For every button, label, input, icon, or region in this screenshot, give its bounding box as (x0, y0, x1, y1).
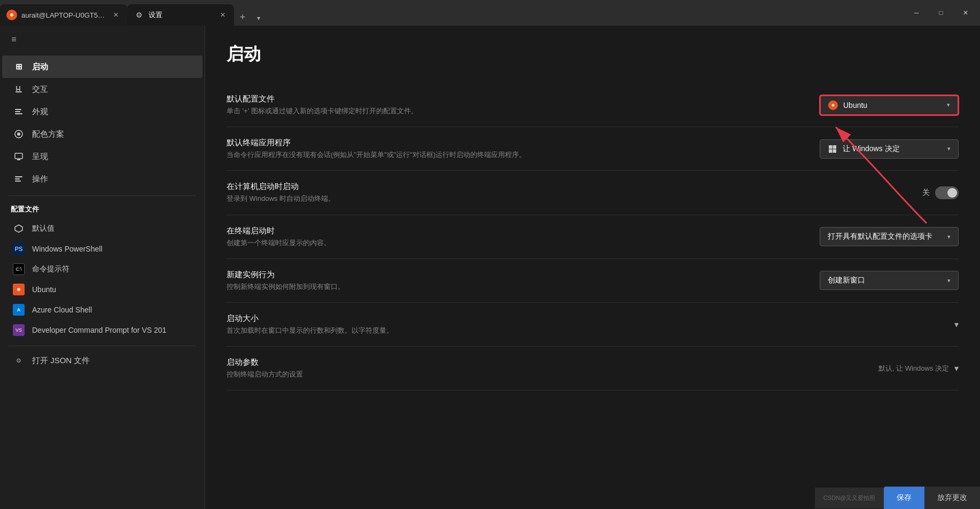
startup-icon: ⊞ (13, 61, 25, 73)
minimize-button[interactable]: ─ (904, 4, 929, 21)
sidebar-divider-1 (9, 195, 196, 196)
setting-new-instance-label: 新建实例行为 (227, 270, 788, 280)
sidebar-item-devcmd[interactable]: VS Developer Command Prompt for VS 201 (2, 320, 203, 340)
sidebar-item-actions[interactable]: 操作 (2, 168, 203, 190)
sidebar-item-default-label: 默认值 (32, 224, 55, 233)
launch-params-expand-arrow[interactable]: ▾ (954, 363, 959, 373)
setting-default-profile: 默认配置文件 单击 '+' 图标或通过键入新的选项卡键绑定时打开的配置文件。 U… (227, 83, 959, 127)
on-startup-dropdown-arrow: ▾ (947, 233, 951, 240)
setting-new-instance-desc: 控制新终端实例如何附加到现有窗口。 (227, 282, 788, 292)
page-title: 启动 (227, 43, 959, 66)
svg-rect-21 (833, 149, 837, 153)
sidebar-item-ubuntu-label: Ubuntu (32, 285, 56, 294)
svg-rect-8 (15, 153, 22, 159)
cmd-profile-icon: C:\ (13, 263, 25, 275)
new-instance-dropdown-arrow: ▾ (947, 277, 951, 284)
sidebar-item-json[interactable]: ⚙ 打开 JSON 文件 (2, 349, 203, 372)
setting-launch-startup: 在计算机启动时启动 登录到 Windows 时自动启动终端。 关 (227, 171, 959, 215)
setting-default-profile-desc: 单击 '+' 图标或通过键入新的选项卡键绑定时打开的配置文件。 (227, 106, 788, 116)
ubuntu-dropdown-icon (828, 100, 838, 110)
setting-default-profile-info: 默认配置文件 单击 '+' 图标或通过键入新的选项卡键绑定时打开的配置文件。 (227, 94, 809, 116)
svg-rect-11 (15, 178, 20, 179)
sidebar-item-powershell[interactable]: PS Windows PowerShell (2, 239, 203, 259)
close-button[interactable]: ✕ (953, 4, 978, 21)
sidebar-item-default[interactable]: 默认值 (2, 218, 203, 239)
sidebar-item-json-label: 打开 JSON 文件 (32, 356, 90, 366)
setting-default-profile-label: 默认配置文件 (227, 94, 788, 104)
setting-launch-params-control: 默认, 让 Windows 决定 ▾ (809, 363, 959, 373)
new-tab-button[interactable]: + (234, 9, 251, 26)
on-startup-dropdown[interactable]: 打开具有默认配置文件的选项卡 ▾ (820, 227, 959, 246)
sidebar-item-colorscheme[interactable]: 配色方案 (2, 123, 203, 145)
sidebar-item-rendering[interactable]: 呈现 (2, 145, 203, 168)
setting-launch-size-control: ▾ (809, 319, 959, 330)
maximize-button[interactable]: □ (929, 4, 953, 21)
json-icon: ⚙ (13, 355, 25, 366)
setting-default-terminal-info: 默认终端应用程序 当命令行应用程序在没有现有会话(例如从"开始菜单"或"运行"对… (227, 138, 809, 160)
setting-launch-startup-label: 在计算机启动时启动 (227, 182, 788, 192)
launch-startup-toggle-label: 关 (922, 188, 930, 198)
setting-launch-startup-info: 在计算机启动时启动 登录到 Windows 时自动启动终端。 (227, 182, 809, 203)
launch-startup-toggle-container: 关 (922, 186, 959, 199)
svg-rect-18 (829, 145, 833, 149)
new-instance-dropdown-value: 创建新窗口 (828, 276, 865, 285)
sidebar-item-rendering-label: 呈现 (32, 152, 48, 162)
ubuntu-tab-icon (6, 10, 17, 20)
sidebar-toggle[interactable]: ≡ (4, 30, 24, 49)
setting-launch-size-label: 启动大小 (227, 314, 788, 324)
windows-dropdown-icon (828, 144, 837, 154)
tab-dropdown-button[interactable]: ▾ (251, 11, 266, 26)
settings-tab-icon: ⚙ (134, 10, 144, 20)
sidebar-item-interaction[interactable]: 交互 (2, 78, 203, 100)
svg-rect-19 (833, 145, 837, 149)
sidebar-item-devcmd-label: Developer Command Prompt for VS 201 (32, 326, 166, 334)
colorscheme-icon (13, 128, 25, 140)
sidebar-item-ubuntu[interactable]: Ubuntu (2, 279, 203, 300)
save-button[interactable]: 保存 (884, 487, 924, 509)
titlebar-tabs: aurait@LAPTOP-U0GT58SP: ~ ✕ ⚙ 设置 ✕ + ▾ (0, 0, 904, 26)
default-terminal-dropdown-left: 让 Windows 决定 (828, 144, 900, 154)
titlebar: aurait@LAPTOP-U0GT58SP: ~ ✕ ⚙ 设置 ✕ + ▾ ─… (0, 0, 980, 26)
sidebar-item-azure[interactable]: A Azure Cloud Shell (2, 300, 203, 320)
svg-rect-4 (15, 111, 20, 112)
svg-rect-3 (15, 113, 22, 114)
sidebar-item-interaction-label: 交互 (32, 84, 48, 95)
actions-icon (13, 173, 25, 185)
default-terminal-dropdown-arrow: ▾ (947, 145, 951, 152)
default-terminal-dropdown[interactable]: 让 Windows 决定 ▾ (820, 139, 959, 159)
new-instance-dropdown[interactable]: 创建新窗口 ▾ (820, 271, 959, 290)
sidebar-item-actions-label: 操作 (32, 174, 48, 184)
tab-terminal[interactable]: aurait@LAPTOP-U0GT58SP: ~ ✕ (0, 4, 127, 26)
svg-point-15 (17, 288, 20, 291)
toggle-knob (947, 188, 957, 198)
launch-startup-toggle[interactable] (935, 186, 959, 199)
sidebar-profiles-section: 默认值 PS Windows PowerShell C:\ 命令提示符 Ubun… (0, 216, 205, 342)
default-profile-dropdown[interactable]: Ubuntu ▾ (820, 95, 959, 115)
powershell-profile-icon: PS (13, 243, 25, 255)
setting-default-terminal-desc: 当命令行应用程序在没有现有会话(例如从"开始菜单"或"运行"对话框)运行时启动的… (227, 150, 788, 160)
default-profile-dropdown-left: Ubuntu (828, 100, 867, 110)
discard-button[interactable]: 放弃更改 (924, 487, 980, 509)
svg-rect-12 (15, 181, 21, 182)
sidebar-item-appearance[interactable]: 外观 (2, 100, 203, 123)
footer-actions: CSDN@又又爱拍照 保存 放弃更改 (815, 487, 980, 509)
window-controls: ─ □ ✕ (904, 0, 980, 26)
launch-size-expand-arrow[interactable]: ▾ (954, 319, 959, 330)
sidebar-item-powershell-label: Windows PowerShell (32, 245, 103, 253)
sidebar: ≡ ⊞ 启动 交互 外观 配色方案 (0, 26, 205, 509)
svg-rect-9 (17, 159, 20, 160)
sidebar-nav-section: ⊞ 启动 交互 外观 配色方案 (0, 53, 205, 192)
devcmd-profile-icon: VS (13, 324, 25, 336)
tab-terminal-close[interactable]: ✕ (111, 10, 121, 20)
tab-settings-close[interactable]: ✕ (218, 10, 228, 20)
new-instance-dropdown-left: 创建新窗口 (828, 276, 865, 285)
svg-point-1 (10, 13, 13, 17)
profiles-section-label: 配置文件 (0, 199, 205, 216)
sidebar-item-cmd[interactable]: C:\ 命令提示符 (2, 259, 203, 279)
setting-launch-startup-desc: 登录到 Windows 时自动启动终端。 (227, 194, 788, 203)
setting-new-instance-info: 新建实例行为 控制新终端实例如何附加到现有窗口。 (227, 270, 809, 292)
setting-launch-params: 启动参数 控制终端启动方式的设置 默认, 让 Windows 决定 ▾ (227, 347, 959, 390)
sidebar-item-startup[interactable]: ⊞ 启动 (2, 56, 203, 78)
tab-settings[interactable]: ⚙ 设置 ✕ (127, 4, 234, 26)
ubuntu-profile-icon (13, 284, 25, 295)
